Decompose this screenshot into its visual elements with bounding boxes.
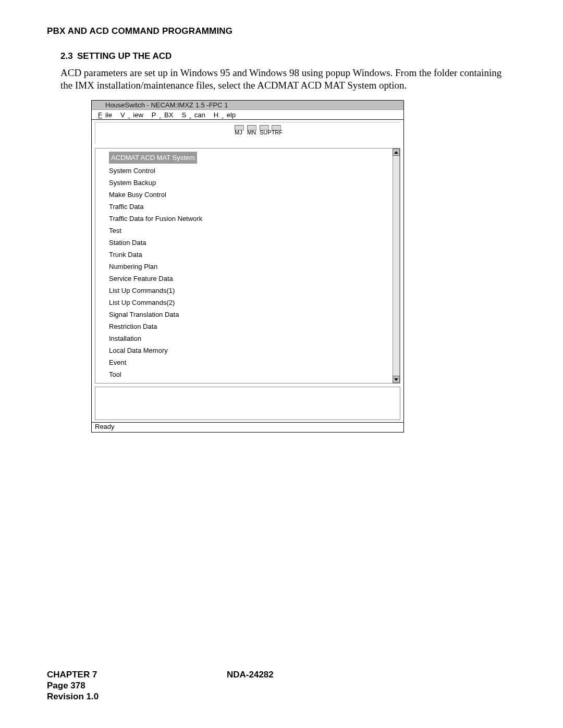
scroll-up-button[interactable] [393,149,400,156]
tree-item[interactable]: System Control [109,165,393,177]
menu-pbx-gap [157,111,163,119]
tree-item[interactable]: Station Data [109,237,393,249]
tree-item[interactable]: List Up Commands(2) [109,297,393,309]
tree-item[interactable]: Restriction Data [109,320,393,332]
footer-page: Page 378 [47,680,99,691]
tree-scrollbar[interactable] [393,149,400,383]
menu-help[interactable]: H elp [211,111,239,119]
tree-item[interactable]: Local Data Memory [109,344,393,356]
menu-scan-gap [188,111,193,119]
body-text: ACD parameters are set up in Windows 95 … [60,67,514,92]
menu-scan[interactable]: S can [178,111,208,119]
tree-item[interactable]: Installation [109,332,393,344]
indicator-mj-label: MJ [235,129,242,135]
page-header: PBX AND ACD COMMAND PROGRAMMING [47,26,232,36]
menu-scan-pre: S [180,111,188,119]
tree-item[interactable]: Traffic Data for Fusion Network [109,213,393,225]
indicator-sup[interactable]: SUP [260,125,272,135]
menu-pbx-pre: P [150,111,158,119]
tree-item[interactable]: System Backup [109,177,393,189]
tree-list: ACDMAT ACD MAT System System Control Sys… [95,149,393,383]
tree-item[interactable]: Make Busy Control [109,189,393,201]
menu-view-pre: V [119,111,127,119]
toolbar: MJ MN SUP TRF [92,120,403,146]
indicator-sup-trf-group: SUP TRF [260,125,283,135]
menu-file-rest: ile [104,111,114,119]
indicator-mn[interactable]: MN [247,125,256,135]
footer-chapter: CHAPTER 7 [47,669,99,680]
arrow-down-icon [394,378,398,381]
tree-item[interactable]: Trunk Data [109,249,393,261]
scroll-track[interactable] [393,156,400,376]
tree-item[interactable]: Tool [109,368,393,380]
scroll-down-button[interactable] [393,376,400,383]
footer-left: CHAPTER 7 Page 378 Revision 1.0 [47,669,99,702]
tree-item[interactable]: Test [109,225,393,237]
menu-file[interactable]: File [95,111,115,119]
detail-pane [92,386,403,422]
tree-item[interactable]: Numbering Plan [109,261,393,273]
footer-doc: NDA-24282 [227,670,274,680]
section-number: 2.3 [60,51,73,61]
tree-pane: ACDMAT ACD MAT System System Control Sys… [92,146,403,386]
tree-item[interactable]: Traffic Data [109,201,393,213]
menu-view[interactable]: V iew [117,111,146,119]
tree-root[interactable]: ACDMAT ACD MAT System [109,152,197,164]
menu-scan-rest: can [193,111,207,119]
indicator-trf-label: TRF [272,129,283,135]
app-window: HouseSwitch - NECAM:IMXZ 1.5 -FPC 1 File… [91,100,404,433]
menu-view-gap [127,111,132,119]
menu-help-pre: H [212,111,220,119]
window-titlebar[interactable]: HouseSwitch - NECAM:IMXZ 1.5 -FPC 1 [92,101,403,110]
indicator-mn-label: MN [247,129,256,135]
menu-help-gap [220,111,225,119]
menu-pbx[interactable]: P BX [149,111,177,119]
indicator-mj[interactable]: MJ [235,125,244,135]
menubar: File V iew P BX S can H elp [92,110,403,120]
tree-item[interactable]: List Up Commands(1) [109,285,393,297]
tree-item[interactable]: Event [109,356,393,368]
tree-item[interactable]: Signal Translation Data [109,309,393,320]
detail-inner [95,387,400,420]
arrow-up-icon [394,151,398,154]
indicator-row: MJ MN SUP TRF [235,125,283,135]
footer-revision: Revision 1.0 [47,691,99,702]
section-title: SETTING UP THE ACD [77,51,172,61]
tree-item[interactable]: Service Feature Data [109,273,393,285]
status-bar: Ready [92,422,403,432]
page: PBX AND ACD COMMAND PROGRAMMING 2.3 SETT… [0,0,563,728]
tree-inner: ACDMAT ACD MAT System System Control Sys… [95,148,400,384]
indicator-sup-label: SUP [260,129,272,135]
menu-help-rest: elp [225,111,237,119]
menu-pbx-rest: BX [163,111,175,119]
menu-file-accel: F [96,111,104,119]
menu-view-rest: iew [131,111,145,119]
indicator-trf[interactable]: TRF [272,125,283,135]
